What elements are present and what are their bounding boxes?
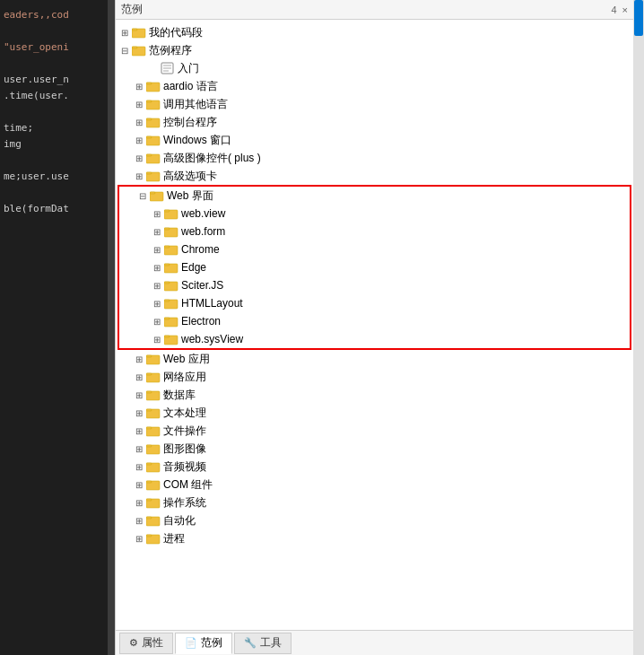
- tree-item-com[interactable]: COM 组件: [116, 476, 633, 493]
- expander-network[interactable]: [132, 370, 146, 384]
- folder-icon: [146, 80, 161, 92]
- folder-icon: [146, 371, 161, 383]
- folder-icon: [146, 514, 161, 527]
- folder-icon: [150, 189, 164, 202]
- tree-item-database[interactable]: 数据库: [116, 386, 633, 404]
- tree-item-web-app[interactable]: Web 应用: [116, 350, 633, 368]
- svg-rect-1: [132, 29, 137, 31]
- tree-item-text-proc[interactable]: 文本处理: [116, 404, 633, 422]
- code-line: .time(user.: [4, 88, 104, 104]
- expander-graphics[interactable]: [132, 441, 146, 456]
- expander-my-code[interactable]: [117, 25, 132, 39]
- tree-item-chrome[interactable]: Chrome: [119, 240, 630, 258]
- expander-console[interactable]: [132, 115, 146, 129]
- svg-rect-45: [146, 409, 152, 411]
- expander-adv-options[interactable]: [132, 169, 146, 183]
- expander-call-other[interactable]: [132, 97, 146, 111]
- code-line: user.user_n: [4, 72, 104, 88]
- folder-icon: [146, 460, 161, 473]
- tree-label: 数据库: [163, 386, 196, 404]
- expander-sciterjs[interactable]: [150, 278, 164, 293]
- tree-item-edge[interactable]: Edge: [119, 258, 630, 276]
- expander-os[interactable]: [132, 495, 146, 510]
- scrollbar-thumb[interactable]: [634, 0, 643, 36]
- file-icon: [161, 62, 175, 74]
- expander-web-form[interactable]: [150, 224, 164, 239]
- folder-icon: [146, 152, 161, 164]
- tree-label: web.form: [181, 223, 225, 240]
- tree-item-electron[interactable]: Electron: [119, 312, 630, 330]
- expander-audio-video[interactable]: [132, 459, 146, 474]
- tree-label: 入门: [178, 59, 199, 77]
- expander-web-sysview[interactable]: [150, 332, 164, 346]
- tree-item-web-sysview[interactable]: web.sysView: [119, 330, 630, 348]
- expander-chrome[interactable]: [150, 242, 164, 257]
- expander-com[interactable]: [132, 477, 146, 492]
- expander-htmllayout[interactable]: [150, 296, 164, 310]
- tree-item-windows[interactable]: Windows 窗口: [116, 131, 633, 149]
- right-scrollbar[interactable]: [633, 0, 644, 655]
- tree-item-intro[interactable]: 入门: [116, 59, 633, 77]
- expander-image-plus[interactable]: [132, 151, 146, 165]
- folder-icon: [146, 406, 161, 419]
- expander-automation[interactable]: [132, 513, 146, 528]
- tree-item-sciterjs[interactable]: Sciter.JS: [119, 276, 630, 294]
- tree-item-examples[interactable]: 范例程序: [116, 41, 633, 59]
- expander-web-view[interactable]: [150, 206, 164, 221]
- folder-icon: [146, 98, 161, 110]
- tree-item-call-other[interactable]: 调用其他语言: [116, 95, 633, 113]
- tab-properties[interactable]: ⚙ 属性: [119, 633, 173, 654]
- expander-edge[interactable]: [150, 260, 164, 275]
- expander-process[interactable]: [132, 531, 146, 546]
- close-icon[interactable]: ×: [622, 4, 628, 15]
- code-line: [4, 56, 104, 72]
- tree-item-web-form[interactable]: web.form: [119, 223, 630, 240]
- tree-item-htmllayout[interactable]: HTMLLayout: [119, 294, 630, 312]
- tree-label: Chrome: [181, 240, 220, 258]
- web-ui-section: Web 界面 web.view web.form: [117, 185, 631, 350]
- code-line: [4, 23, 104, 39]
- tree-item-web-view[interactable]: web.view: [119, 205, 630, 223]
- tab-examples[interactable]: 📄 范例: [175, 633, 232, 654]
- tree-item-aardio[interactable]: aardio 语言: [116, 77, 633, 95]
- tree-item-os[interactable]: 操作系统: [116, 493, 633, 511]
- expander-windows[interactable]: [132, 133, 146, 147]
- code-line: "user_openi: [4, 39, 104, 56]
- expander-examples[interactable]: [117, 43, 132, 57]
- pin-icon[interactable]: 4: [611, 4, 616, 15]
- expander-web-ui[interactable]: [135, 188, 150, 203]
- svg-rect-31: [164, 282, 170, 284]
- tree-label: 文件操作: [163, 422, 206, 440]
- expander-file-ops[interactable]: [132, 424, 146, 438]
- tree-item-web-ui[interactable]: Web 界面: [119, 187, 630, 205]
- panel-header: 范例 4 ×: [116, 0, 633, 20]
- tree-container[interactable]: 我的代码段 范例程序 入门 aardio 语言: [116, 20, 633, 630]
- tree-item-my-code[interactable]: 我的代码段: [116, 23, 633, 41]
- tree-item-console[interactable]: 控制台程序: [116, 113, 633, 131]
- left-scrollbar[interactable]: [108, 0, 115, 655]
- tree-item-image-plus[interactable]: 高级图像控件( plus ): [116, 149, 633, 167]
- svg-rect-15: [146, 136, 152, 138]
- tree-item-automation[interactable]: 自动化: [116, 511, 633, 529]
- expander-web-app[interactable]: [132, 352, 146, 366]
- svg-rect-37: [164, 336, 170, 337]
- tree-label: aardio 语言: [163, 77, 218, 95]
- svg-rect-47: [146, 427, 152, 429]
- expander-database[interactable]: [132, 388, 146, 402]
- expander-electron[interactable]: [150, 314, 164, 328]
- tab-tools[interactable]: 🔧 工具: [234, 633, 292, 654]
- tree-item-graphics[interactable]: 图形图像: [116, 440, 633, 458]
- tree-label: Windows 窗口: [163, 131, 231, 149]
- expander-text-proc[interactable]: [132, 406, 146, 420]
- tree-item-process[interactable]: 进程: [116, 529, 633, 547]
- tree-label: 高级图像控件( plus ): [163, 149, 261, 167]
- tree-item-file-ops[interactable]: 文件操作: [116, 422, 633, 440]
- tree-item-network[interactable]: 网络应用: [116, 368, 633, 386]
- expander-aardio[interactable]: [132, 79, 146, 93]
- tree-item-adv-options[interactable]: 高级选项卡: [116, 167, 633, 185]
- code-content: eaders,,cod "user_openi user.user_n .tim…: [0, 4, 108, 651]
- code-line: [4, 153, 104, 169]
- svg-rect-27: [164, 246, 170, 248]
- svg-rect-53: [146, 481, 152, 483]
- tree-item-audio-video[interactable]: 音频视频: [116, 458, 633, 476]
